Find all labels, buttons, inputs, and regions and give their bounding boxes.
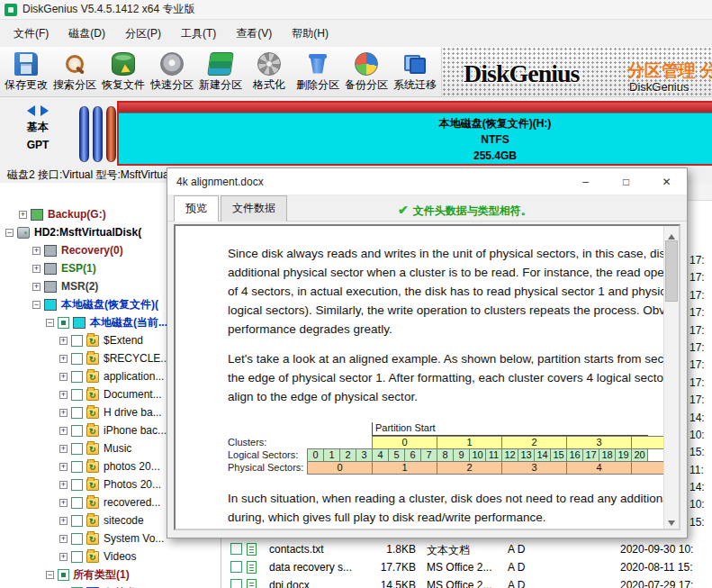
disk-cylinder-icon[interactable] [106,106,116,162]
table-cell: 0 [372,436,437,449]
scroll-down-arrow-icon[interactable] [664,515,679,529]
selected-partition-bar[interactable]: 本地磁盘(恢复文件)(H:) NTFS 255.4GB [117,101,712,166]
tree-checkbox[interactable] [71,425,83,437]
menu-help[interactable]: 帮助(H) [282,22,338,46]
tab-preview[interactable]: 预览 [174,195,219,222]
expand-toggle-icon[interactable]: + [59,463,68,471]
expand-toggle-icon[interactable]: + [32,265,41,273]
tree-item-label: Photos 20... [104,478,161,491]
tree-checkbox[interactable] [71,461,83,473]
tree-checkbox[interactable] [71,497,83,509]
disk-cylinder-icon[interactable] [79,106,89,162]
file-row[interactable]: contacts.txt1.8KB文本文档A D2020-09-30 10: [222,540,712,558]
toolbar-button-new[interactable]: 新建分区 [196,49,245,95]
toolbar-button-quick[interactable]: 快速分区 [148,49,196,95]
expand-toggle-icon[interactable]: + [59,445,68,453]
toolbar-button-delete[interactable]: 删除分区 [293,49,342,95]
expand-toggle-icon[interactable]: + [59,499,68,507]
scrollbar-thumb[interactable] [665,240,678,302]
expand-toggle-icon[interactable]: + [59,373,68,381]
dialog-title-bar[interactable]: 4k alignment.docx –□✕ [167,168,687,195]
menu-disk[interactable]: 磁盘(D) [59,22,115,46]
file-checkbox[interactable] [230,579,242,588]
file-name: data recovery s... [269,561,352,574]
scroll-up-arrow-icon[interactable] [664,226,679,240]
collapse-toggle-icon[interactable]: − [5,229,14,237]
partition-start-row: Partition Start [228,422,663,436]
file-row-time-fragment: 14: [689,412,712,429]
prev-disk-arrow-icon[interactable] [27,105,35,116]
tree-checkbox[interactable] [71,479,83,491]
table-cell: 11 [485,448,502,462]
expand-toggle-icon[interactable]: + [32,247,41,255]
document-preview: Since disk always reads and writes in th… [176,226,663,529]
tree-checkbox[interactable] [71,515,83,527]
expand-toggle-icon[interactable]: + [19,211,27,219]
menu-view[interactable]: 查看(V) [226,22,282,46]
expand-toggle-icon[interactable]: + [59,535,68,543]
tree-checkbox[interactable] [71,443,83,455]
maximize-button[interactable]: □ [606,168,646,194]
menu-tools[interactable]: 工具(T) [171,22,226,46]
expand-toggle-icon[interactable]: + [59,517,68,525]
collapse-toggle-icon[interactable]: − [46,319,54,327]
file-row-time-fragment: 17: [689,254,712,271]
toolbar-button-recover[interactable]: 恢复文件 [99,49,148,95]
expand-toggle-icon[interactable]: + [59,355,68,363]
table-row: Physical Sectors:01234 [228,461,663,475]
tree-checkbox[interactable] [71,551,83,563]
expand-toggle-icon[interactable]: + [59,481,68,489]
menu-file[interactable]: 文件(F) [4,22,59,46]
alignment-table: Partition Start Clusters:0123Logical Sec… [228,422,663,475]
tree-item-all-types[interactable]: −所有类型(1) [0,565,221,583]
expand-toggle-icon[interactable]: + [59,553,68,561]
collapse-toggle-icon[interactable]: − [46,571,54,579]
table-cell: 15 [550,448,567,462]
toolbar-button-migrate[interactable]: 系统迁移 [391,49,439,95]
expand-toggle-icon[interactable]: + [59,391,68,399]
tab-file-data[interactable]: 文件数据 [221,195,287,222]
toolbar-button-save[interactable]: 保存更改 [2,49,50,95]
file-size: 17.7KB [357,561,416,574]
tree-checkbox[interactable] [58,317,69,329]
menu-partition[interactable]: 分区(P) [115,22,171,46]
tree-checkbox[interactable] [71,371,83,383]
toolbar-button-search[interactable]: 搜索分区 [50,49,99,95]
tree-item-doc-category[interactable]: +文档类 [0,583,221,588]
file-row-time-fragment: 17: [689,271,712,288]
file-checkbox[interactable] [230,561,242,573]
file-attributes: A D [508,561,525,574]
tree-checkbox[interactable] [71,407,83,419]
tree-checkbox[interactable] [71,353,83,365]
tree-checkbox[interactable] [58,569,69,581]
expand-toggle-icon[interactable]: + [59,409,68,417]
disk-cylinder-icon[interactable] [93,106,103,162]
expand-toggle-icon[interactable]: + [59,337,68,345]
minimize-button[interactable]: – [565,168,606,194]
file-row[interactable]: dpi.docx14.5KBMS Office 2...A D2020-07-2… [222,576,712,588]
tree-checkbox[interactable] [71,335,83,347]
toolbar-button-format[interactable]: 格式化 [245,49,293,95]
table-cell: 20 [631,448,648,462]
file-row-time-fragment: 15: [689,516,712,533]
file-size: 1.8KB [357,543,416,556]
folder-icon [86,425,99,437]
file-row[interactable]: data recovery s...17.7KBMS Office 2...A … [222,558,712,576]
tree-checkbox[interactable] [71,533,83,545]
part-icon [31,209,43,221]
preview-scrollbar[interactable] [663,226,679,529]
toolbar-button-backup[interactable]: 备份分区 [342,49,391,95]
tree-checkbox[interactable] [71,389,83,401]
expand-toggle-icon[interactable]: + [59,427,68,435]
close-button[interactable]: ✕ [646,168,687,194]
file-checkbox[interactable] [230,543,242,555]
disk-style-label: 基本 [0,120,76,135]
status-text: 文件头数据与类型相符。 [413,204,532,217]
next-disk-arrow-icon[interactable] [41,105,49,116]
partition-block[interactable]: 本地磁盘(恢复文件)(H:) NTFS 255.4GB [119,113,712,164]
document-file-icon [247,561,257,574]
window-title: DiskGenius V5.4.5.1412 x64 专业版 [23,2,194,17]
tree-item-folder-videos[interactable]: +Videos [0,547,221,565]
expand-toggle-icon[interactable]: + [32,283,41,291]
collapse-toggle-icon[interactable]: − [32,301,41,309]
